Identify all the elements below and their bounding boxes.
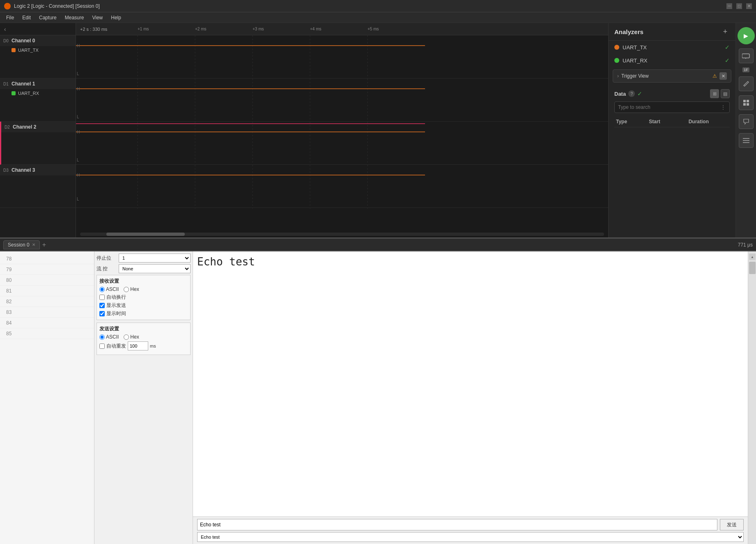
show-send-check[interactable] xyxy=(99,303,105,308)
menu-help[interactable]: Help xyxy=(107,14,125,21)
channel-0-dot xyxy=(11,48,16,52)
minimize-button[interactable]: ─ xyxy=(726,3,732,9)
auto-repeat-check[interactable] xyxy=(99,343,105,349)
receive-ascii-radio[interactable] xyxy=(99,287,105,292)
send-button[interactable]: 发送 xyxy=(720,519,744,530)
h-scrollbar-thumb[interactable] xyxy=(106,233,185,236)
channel-0-id: D0 xyxy=(3,39,11,43)
uart-tx-dot xyxy=(614,45,619,50)
add-analyzer-button[interactable]: + xyxy=(721,27,730,36)
device-button[interactable] xyxy=(739,48,754,63)
menu-lines-button[interactable] xyxy=(739,133,754,148)
send-ascii-radio[interactable] xyxy=(99,334,105,340)
waveform-area[interactable]: +2 s : 330 ms +1 ms +2 ms +3 ms +4 ms +5… xyxy=(76,23,608,237)
ch0-l-label: L xyxy=(77,71,79,76)
list-view-button[interactable]: ▤ xyxy=(721,89,730,98)
stop-bits-select[interactable]: 1 1.5 2 xyxy=(119,254,191,263)
send-hex-option[interactable]: Hex xyxy=(124,334,139,340)
scroll-up[interactable]: ▲ xyxy=(749,254,756,260)
channel-panel: ‹ D0 Channel 0 UART_TX D1 Channel 1 UART… xyxy=(0,23,76,237)
channel-2-name: Channel 2 xyxy=(13,124,36,130)
send-history-select[interactable]: Echo test xyxy=(197,532,744,542)
flow-control-row: 流 控 None RTS/CTS XON/XOFF xyxy=(97,264,191,273)
maximize-button[interactable]: □ xyxy=(736,3,742,9)
data-title: Data xyxy=(614,91,626,97)
uart-rx-label: UART_RX xyxy=(623,58,722,64)
time-marker-2: +2 ms xyxy=(195,27,207,31)
send-text-input[interactable] xyxy=(197,519,717,530)
channel-row-0: D0 Channel 0 UART_TX xyxy=(0,35,76,78)
receive-title: 接收设置 xyxy=(99,278,188,285)
svg-rect-25 xyxy=(747,103,749,106)
session-tab-close[interactable]: ✕ xyxy=(32,242,35,247)
send-input-row: 发送 xyxy=(197,519,744,530)
menu-view[interactable]: View xyxy=(88,14,107,21)
right-scrollbar[interactable]: ▲ xyxy=(748,251,756,544)
collapse-icon[interactable]: ‹ xyxy=(4,26,6,32)
interval-input[interactable] xyxy=(128,341,148,350)
trigger-view[interactable]: › Trigger View ⚠ ✕ xyxy=(613,69,731,83)
show-time-row: 显示时间 xyxy=(99,310,188,317)
session-tab-0[interactable]: Session 0 ✕ xyxy=(3,240,40,249)
flow-control-select[interactable]: None RTS/CTS XON/XOFF xyxy=(119,264,191,273)
channel-1-id: D1 xyxy=(3,82,11,86)
menu-file[interactable]: File xyxy=(2,14,18,21)
time-marker-4: +4 ms xyxy=(310,27,322,31)
auto-newline-check[interactable] xyxy=(99,295,105,300)
scroll-up-icon: ▲ xyxy=(751,255,754,259)
stop-bits-row: 停止位 1 1.5 2 xyxy=(97,254,191,263)
trigger-close-button[interactable]: ✕ xyxy=(719,72,727,80)
window-controls: ─ □ ✕ xyxy=(726,3,752,9)
svg-rect-23 xyxy=(747,100,749,102)
scroll-thumb[interactable] xyxy=(749,262,756,274)
channel-1-signal: UART_RX xyxy=(0,89,76,97)
settings-panel: 停止位 1 1.5 2 流 控 None RTS/CTS XON/XOFF 接收… xyxy=(94,251,193,544)
hamburger-icon xyxy=(743,138,749,143)
ch3-h-label: H xyxy=(77,173,80,177)
play-button[interactable]: ▶ xyxy=(738,27,755,44)
col-type-header: Type xyxy=(616,119,649,124)
table-view-button[interactable]: ⊞ xyxy=(710,89,719,98)
send-ascii-option[interactable]: ASCII xyxy=(99,334,119,340)
send-settings: 发送设置 ASCII Hex 自动重发 ms xyxy=(97,323,191,355)
search-menu-icon[interactable]: ⋮ xyxy=(720,104,726,111)
menu-edit[interactable]: Edit xyxy=(18,14,35,21)
uart-tx-check: ✓ xyxy=(725,44,730,51)
line-num-81: 81 xyxy=(0,286,94,296)
channel-3-header: D3 Channel 3 xyxy=(0,165,76,175)
frame-badge: 1F xyxy=(742,67,749,72)
data-table-header: Type Start Duration xyxy=(614,116,730,127)
layout-button[interactable] xyxy=(739,95,754,110)
menu-bar: File Edit Capture Measure View Help xyxy=(0,12,756,23)
channel-0-header: D0 Channel 0 xyxy=(0,35,76,46)
show-time-check[interactable] xyxy=(99,311,105,316)
data-help-button[interactable]: ? xyxy=(628,90,635,97)
serial-send-area: 发送 Echo test xyxy=(193,516,748,544)
search-input[interactable] xyxy=(618,102,720,113)
ch2-l-label: L xyxy=(77,158,79,162)
edit-button[interactable] xyxy=(739,76,754,91)
chat-button[interactable] xyxy=(739,114,754,129)
channel-2-id: D2 xyxy=(5,125,13,129)
time-marker-5: +5 ms xyxy=(368,27,379,31)
auto-newline-label[interactable]: 自动换行 xyxy=(99,294,188,301)
receive-ascii-option[interactable]: ASCII xyxy=(99,286,119,292)
channel-row-1: D1 Channel 1 UART_RX xyxy=(0,78,76,122)
far-right-panel: ▶ 1F xyxy=(735,23,756,237)
show-send-label[interactable]: 显示发送 xyxy=(99,302,188,309)
receive-hex-radio[interactable] xyxy=(124,287,129,292)
send-hex-radio[interactable] xyxy=(124,334,129,340)
ch1-h-label: H xyxy=(77,87,80,91)
show-time-label[interactable]: 显示时间 xyxy=(99,310,188,317)
line-numbers: 78 79 80 81 82 83 84 85 xyxy=(0,251,94,544)
channel-0-signal: UART_TX xyxy=(0,46,76,54)
close-button[interactable]: ✕ xyxy=(746,3,752,9)
session-add-button[interactable]: + xyxy=(42,241,46,249)
h-scrollbar[interactable] xyxy=(80,233,604,236)
receive-hex-option[interactable]: Hex xyxy=(124,286,139,292)
auto-repeat-label[interactable]: 自动重发 xyxy=(99,343,126,350)
session-tabs: Session 0 ✕ + 771 μs xyxy=(0,238,756,251)
menu-measure[interactable]: Measure xyxy=(61,14,88,21)
auto-newline-row: 自动换行 xyxy=(99,294,188,301)
menu-capture[interactable]: Capture xyxy=(35,14,61,21)
